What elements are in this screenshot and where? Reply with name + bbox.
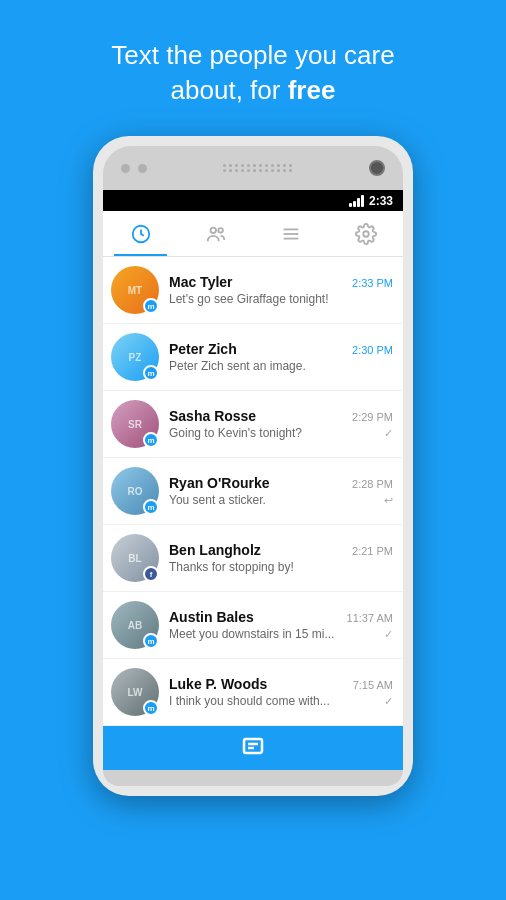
conv-time-peter-zich: 2:30 PM [352,344,393,356]
conv-content-peter-zich: Peter Zich2:30 PMPeter Zich sent an imag… [169,341,393,373]
svg-point-1 [210,227,216,233]
phone-cameras [121,164,147,173]
avatar-badge-ben-langholz: f [143,566,159,582]
phone-speaker [223,164,293,172]
conversation-item-sasha-rosse[interactable]: SRmSasha Rosse2:29 PMGoing to Kevin's to… [103,391,403,458]
avatar-badge-mac-tyler: m [143,298,159,314]
conv-content-mac-tyler: Mac Tyler2:33 PMLet's go see Giraffage t… [169,274,393,306]
conv-status-sasha-rosse: ✓ [384,427,393,440]
phone-top-bar [103,146,403,190]
avatar-wrap-ben-langholz: BLf [111,534,159,582]
phone-front-camera [369,160,385,176]
avatar-wrap-peter-zich: PZm [111,333,159,381]
conv-message-ben-langholz: Thanks for stopping by! [169,560,294,574]
tab-recent[interactable] [103,211,178,256]
conv-time-sasha-rosse: 2:29 PM [352,411,393,423]
conv-time-austin-bales: 11:37 AM [347,612,393,624]
list-icon [280,223,302,245]
signal-icon [349,195,364,207]
conversation-list: MTmMac Tyler2:33 PMLet's go see Giraffag… [103,257,403,726]
conv-time-luke-woods: 7:15 AM [353,679,393,691]
conv-name-mac-tyler: Mac Tyler [169,274,233,290]
conv-message-luke-woods: I think you should come with... [169,694,330,708]
conversation-item-ryan-orourke[interactable]: ROmRyan O'Rourke2:28 PMYou sent a sticke… [103,458,403,525]
tab-bar [103,211,403,257]
conv-content-ben-langholz: Ben Langholz2:21 PMThanks for stopping b… [169,542,393,574]
hero-line2: about, for [171,75,288,105]
status-time: 2:33 [369,194,393,208]
conv-message-mac-tyler: Let's go see Giraffage tonight! [169,292,329,306]
conv-message-sasha-rosse: Going to Kevin's tonight? [169,426,302,440]
conversation-item-ben-langholz[interactable]: BLfBen Langholz2:21 PMThanks for stoppin… [103,525,403,592]
avatar-badge-sasha-rosse: m [143,432,159,448]
hero-bold: free [288,75,336,105]
conversation-item-mac-tyler[interactable]: MTmMac Tyler2:33 PMLet's go see Giraffag… [103,257,403,324]
app-content: MTmMac Tyler2:33 PMLet's go see Giraffag… [103,211,403,770]
conv-name-austin-bales: Austin Bales [169,609,254,625]
conv-status-luke-woods: ✓ [384,695,393,708]
conv-time-ryan-orourke: 2:28 PM [352,478,393,490]
camera-dot-2 [138,164,147,173]
avatar-wrap-luke-woods: LWm [111,668,159,716]
avatar-wrap-austin-bales: ABm [111,601,159,649]
avatar-wrap-mac-tyler: MTm [111,266,159,314]
conv-time-ben-langholz: 2:21 PM [352,545,393,557]
avatar-badge-luke-woods: m [143,700,159,716]
avatar-badge-peter-zich: m [143,365,159,381]
phone-frame: 2:33 [93,136,413,796]
svg-rect-7 [244,739,262,753]
phone-screen: 2:33 [103,190,403,770]
conv-name-sasha-rosse: Sasha Rosse [169,408,256,424]
conv-status-ryan-orourke: ↩ [384,494,393,507]
avatar-wrap-ryan-orourke: ROm [111,467,159,515]
avatar-wrap-sasha-rosse: SRm [111,400,159,448]
camera-dot-1 [121,164,130,173]
gear-icon [355,223,377,245]
status-bar: 2:33 [103,190,403,211]
avatar-badge-austin-bales: m [143,633,159,649]
conv-name-ben-langholz: Ben Langholz [169,542,261,558]
conv-content-sasha-rosse: Sasha Rosse2:29 PMGoing to Kevin's tonig… [169,408,393,440]
hero-text: Text the people you care about, for free [81,38,424,108]
conv-message-peter-zich: Peter Zich sent an image. [169,359,306,373]
conv-name-ryan-orourke: Ryan O'Rourke [169,475,270,491]
tab-list[interactable] [253,211,328,256]
conv-name-luke-woods: Luke P. Woods [169,676,267,692]
tab-groups[interactable] [178,211,253,256]
conv-content-luke-woods: Luke P. Woods7:15 AMI think you should c… [169,676,393,708]
conv-message-ryan-orourke: You sent a sticker. [169,493,266,507]
conv-time-mac-tyler: 2:33 PM [352,277,393,289]
bottom-bar [103,726,403,770]
conv-status-austin-bales: ✓ [384,628,393,641]
svg-point-2 [218,228,223,233]
conv-content-ryan-orourke: Ryan O'Rourke2:28 PMYou sent a sticker.↩ [169,475,393,507]
tab-settings[interactable] [328,211,403,256]
avatar-badge-ryan-orourke: m [143,499,159,515]
conversation-item-peter-zich[interactable]: PZmPeter Zich2:30 PMPeter Zich sent an i… [103,324,403,391]
conversation-item-luke-woods[interactable]: LWmLuke P. Woods7:15 AMI think you shoul… [103,659,403,726]
conv-name-peter-zich: Peter Zich [169,341,237,357]
compose-icon[interactable] [241,736,265,760]
people-icon [205,223,227,245]
conv-content-austin-bales: Austin Bales11:37 AMMeet you downstairs … [169,609,393,641]
conv-message-austin-bales: Meet you downstairs in 15 mi... [169,627,334,641]
conversation-item-austin-bales[interactable]: ABmAustin Bales11:37 AMMeet you downstai… [103,592,403,659]
hero-line1: Text the people you care [111,40,394,70]
clock-icon [130,223,152,245]
phone-bottom [103,770,403,786]
svg-point-6 [363,231,369,237]
